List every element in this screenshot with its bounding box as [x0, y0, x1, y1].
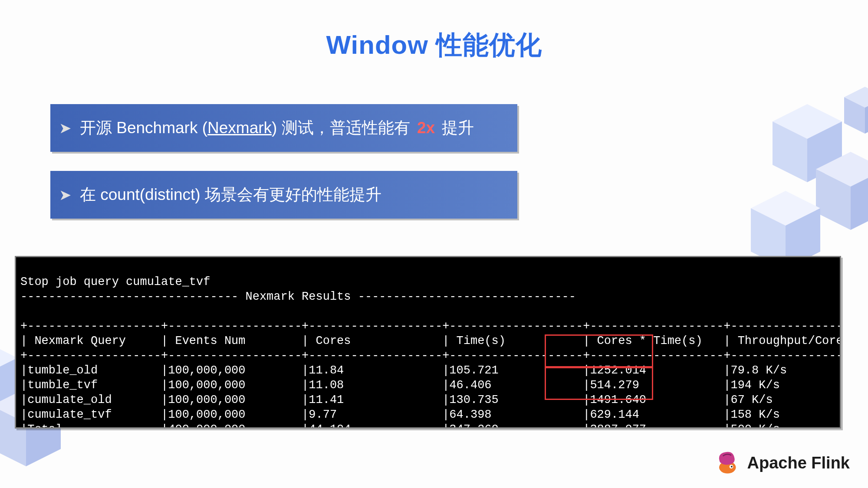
chevron-right-icon: ➤ — [59, 186, 71, 203]
flink-squirrel-icon — [716, 451, 740, 475]
terminal-divider: +-------------------+-------------------… — [20, 320, 841, 333]
svg-point-23 — [730, 466, 732, 468]
bullet-benchmark: ➤ 开源 Benchmark (Nexmark) 测试，普适性能有 2x 提升 — [50, 104, 517, 152]
bullet-text: 在 count(distinct) 场景会有更好的性能提升 — [80, 184, 381, 206]
nexmark-link[interactable]: Nexmark — [207, 119, 272, 137]
highlight-box — [545, 367, 653, 400]
chevron-right-icon: ➤ — [59, 119, 71, 137]
apache-flink-logo: Apache Flink — [716, 451, 850, 475]
bullet-text: 开源 Benchmark (Nexmark) 测试，普适性能有 2x 提升 — [80, 117, 474, 139]
accent-2x: 2x — [414, 119, 437, 137]
bullet-count-distinct: ➤ 在 count(distinct) 场景会有更好的性能提升 — [50, 171, 517, 219]
terminal-line: Stop job query cumulate_tvf — [20, 275, 210, 288]
terminal-divider: +-------------------+-------------------… — [20, 349, 841, 362]
brand-text: Apache Flink — [747, 454, 850, 472]
highlight-box — [545, 334, 653, 367]
terminal-output: Stop job query cumulate_tvf ------------… — [15, 256, 841, 429]
table-body: |tumble_old |100,000,000 |11.84 |105.721… — [20, 364, 841, 429]
table-header-row: | Nexmark Query | Events Num | Cores | T… — [20, 334, 841, 347]
slide-title: Window 性能优化 — [0, 28, 868, 63]
terminal-line: ------------------------------- Nexmark … — [20, 290, 576, 303]
